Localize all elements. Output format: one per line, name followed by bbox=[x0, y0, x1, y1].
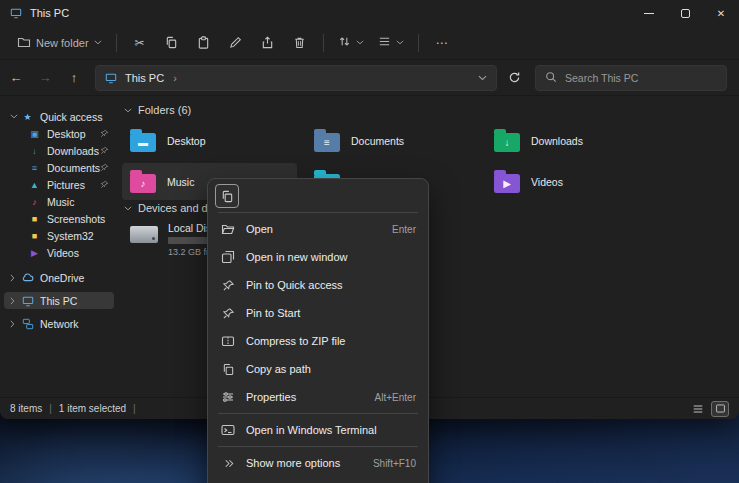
chevron-down-icon bbox=[124, 206, 132, 211]
sidebar-item-documents[interactable]: ≡ Documents bbox=[4, 159, 114, 176]
sidebar-item-label: Desktop bbox=[47, 128, 86, 140]
sidebar-item-label: System32 bbox=[47, 230, 94, 242]
toolbar-divider bbox=[418, 34, 419, 52]
sidebar-item-onedrive[interactable]: OneDrive bbox=[4, 269, 114, 286]
menu-item-compress-to-zip[interactable]: Compress to ZIP file bbox=[208, 327, 428, 355]
menu-item-label: Compress to ZIP file bbox=[246, 335, 345, 347]
copy-path-icon bbox=[220, 363, 236, 376]
more-options-button[interactable]: ⋯ bbox=[429, 30, 455, 56]
menu-item-open-in-new-window[interactable]: Open in new window bbox=[208, 243, 428, 271]
sidebar-item-network[interactable]: Network bbox=[4, 315, 114, 332]
folder-tile-downloads[interactable]: ↓ Downloads bbox=[486, 122, 661, 159]
rename-button[interactable] bbox=[223, 30, 249, 56]
back-button[interactable]: ← bbox=[3, 65, 29, 91]
refresh-button[interactable] bbox=[501, 65, 527, 91]
hard-drive-icon bbox=[130, 226, 158, 243]
chevron-down-icon bbox=[396, 40, 404, 45]
menu-item-pin-to-start[interactable]: Pin to Start bbox=[208, 299, 428, 327]
menu-item-copy-as-path[interactable]: Copy as path bbox=[208, 355, 428, 383]
copy-button[interactable] bbox=[215, 184, 239, 208]
menu-item-label: Show more options bbox=[246, 457, 340, 469]
folders-section-header[interactable]: Folders (6) bbox=[124, 104, 191, 116]
folder-label: Downloads bbox=[531, 135, 583, 147]
up-button[interactable]: ↑ bbox=[61, 65, 87, 91]
navigation-pane: ★ Quick access ▣ Desktop ↓ Downloads ≡ D… bbox=[0, 96, 118, 397]
more-options-icon bbox=[220, 457, 236, 470]
search-box[interactable] bbox=[535, 65, 727, 91]
sidebar-item-label: Videos bbox=[47, 247, 79, 259]
delete-button[interactable] bbox=[287, 30, 313, 56]
folder-label: Videos bbox=[531, 176, 563, 188]
paste-button[interactable] bbox=[191, 30, 217, 56]
search-icon bbox=[545, 69, 557, 87]
chevron-right-icon bbox=[10, 274, 21, 282]
view-toggles bbox=[689, 401, 729, 417]
sidebar-item-downloads[interactable]: ↓ Downloads bbox=[4, 142, 114, 159]
folder-icon: ■ bbox=[28, 214, 41, 224]
new-folder-button[interactable]: New folder bbox=[10, 30, 109, 56]
videos-icon: ▶ bbox=[28, 248, 41, 258]
sidebar-item-videos[interactable]: ▶ Videos bbox=[4, 244, 114, 261]
sidebar-item-pictures[interactable]: ▲ Pictures bbox=[4, 176, 114, 193]
breadcrumb-this-pc[interactable]: This PC bbox=[125, 72, 164, 84]
sort-button[interactable] bbox=[331, 30, 371, 56]
address-bar[interactable]: This PC › bbox=[95, 65, 497, 91]
music-icon: ♪ bbox=[28, 197, 41, 207]
pictures-icon: ▲ bbox=[28, 180, 41, 190]
folder-tile-desktop[interactable]: ▬ Desktop bbox=[122, 122, 297, 159]
menu-item-pin-to-quick-access[interactable]: Pin to Quick access bbox=[208, 271, 428, 299]
close-button[interactable]: ✕ bbox=[703, 0, 739, 26]
sidebar-item-label: Network bbox=[40, 318, 79, 330]
forward-button[interactable]: → bbox=[32, 65, 58, 91]
menu-item-properties[interactable]: Properties Alt+Enter bbox=[208, 383, 428, 411]
this-pc-icon bbox=[10, 7, 22, 19]
sidebar-item-screenshots[interactable]: ■ Screenshots bbox=[4, 210, 114, 227]
copy-button[interactable] bbox=[159, 30, 185, 56]
menu-item-open-in-windows-terminal[interactable]: Open in Windows Terminal bbox=[208, 416, 428, 444]
pin-icon bbox=[100, 146, 109, 155]
share-button[interactable] bbox=[255, 30, 281, 56]
sidebar-item-this-pc[interactable]: This PC bbox=[4, 292, 114, 309]
menu-divider bbox=[218, 446, 418, 447]
folder-tile-videos[interactable]: ▶ Videos bbox=[486, 163, 661, 200]
address-dropdown-chevron-icon[interactable] bbox=[478, 75, 487, 81]
folder-glyph: ♪ bbox=[130, 174, 156, 193]
details-view-button[interactable] bbox=[689, 401, 707, 417]
menu-item-label: Pin to Quick access bbox=[246, 279, 343, 291]
sidebar-item-system32[interactable]: ■ System32 bbox=[4, 227, 114, 244]
menu-item-show-more-options[interactable]: Show more options Shift+F10 bbox=[208, 449, 428, 477]
sidebar-item-label: Documents bbox=[47, 162, 100, 174]
cut-button[interactable]: ✂ bbox=[127, 30, 153, 56]
properties-icon bbox=[220, 390, 236, 404]
open-folder-icon bbox=[220, 222, 236, 236]
item-count: 8 items bbox=[10, 403, 42, 414]
thumbnail-view-button[interactable] bbox=[711, 401, 729, 417]
menu-divider bbox=[218, 212, 418, 213]
sidebar-item-label: Screenshots bbox=[47, 213, 105, 225]
sidebar-item-label: Downloads bbox=[47, 145, 99, 157]
videos-folder-icon: ▶ bbox=[494, 174, 520, 193]
minimize-button[interactable] bbox=[631, 0, 667, 26]
menu-item-open[interactable]: Open Enter bbox=[208, 215, 428, 243]
sidebar-item-quick-access[interactable]: ★ Quick access bbox=[4, 108, 114, 125]
command-bar: New folder ✂ ⋯ bbox=[0, 26, 739, 60]
folder-tile-documents[interactable]: ≡ Documents bbox=[306, 122, 481, 159]
menu-item-label: Copy as path bbox=[246, 363, 311, 375]
folder-label: Documents bbox=[351, 135, 404, 147]
menu-item-label: Pin to Start bbox=[246, 307, 300, 319]
maximize-button[interactable] bbox=[667, 0, 703, 26]
documents-icon: ≡ bbox=[28, 163, 41, 173]
pin-icon bbox=[100, 129, 109, 138]
pin-icon bbox=[220, 307, 236, 320]
view-button[interactable] bbox=[371, 30, 411, 56]
network-icon bbox=[21, 318, 34, 330]
sidebar-item-music[interactable]: ♪ Music bbox=[4, 193, 114, 210]
search-input[interactable] bbox=[565, 72, 717, 84]
sort-icon bbox=[338, 35, 351, 50]
sidebar-item-label: Music bbox=[47, 196, 74, 208]
sidebar-item-desktop[interactable]: ▣ Desktop bbox=[4, 125, 114, 142]
new-folder-icon bbox=[17, 35, 31, 51]
chevron-right-icon bbox=[10, 297, 21, 305]
downloads-folder-icon: ↓ bbox=[494, 133, 520, 152]
navigation-bar: ← → ↑ This PC › bbox=[0, 60, 739, 96]
